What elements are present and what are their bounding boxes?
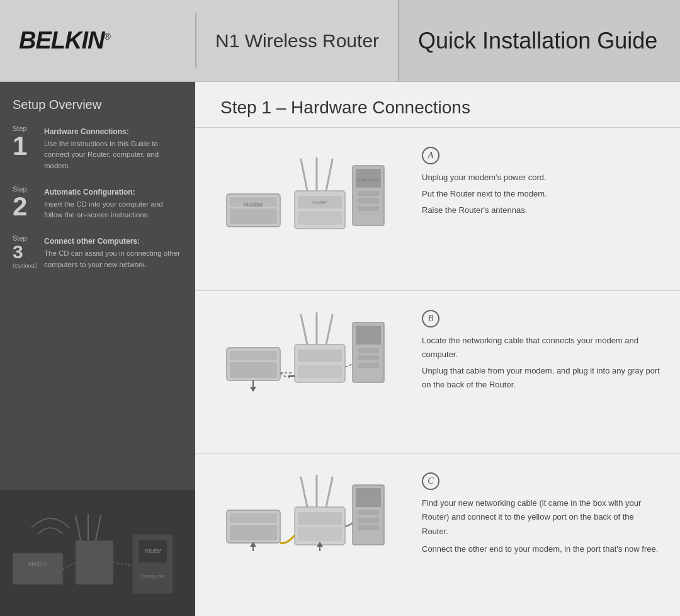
logo-area: BELKIN®	[0, 0, 195, 81]
svg-line-10	[63, 562, 76, 569]
sidebar-title: Setup Overview	[13, 98, 183, 112]
diagram-a: modem router	[195, 140, 409, 251]
svg-text:modem: modem	[28, 561, 47, 567]
svg-rect-52	[298, 512, 342, 525]
svg-line-50	[326, 477, 332, 507]
svg-line-2	[76, 515, 81, 540]
svg-rect-53	[298, 527, 342, 541]
svg-rect-0	[13, 553, 63, 585]
instructions-c: Find your new networking cable (it came …	[422, 496, 661, 556]
sidebar-step-2: Step 2 Automatic Configuration: Insert t…	[13, 185, 183, 221]
instructions-b: Locate the networking cable that connect…	[422, 334, 661, 392]
svg-text:modem: modem	[244, 202, 263, 208]
svg-line-34	[326, 315, 332, 345]
svg-rect-42	[358, 363, 379, 368]
diagram-c-svg	[214, 472, 390, 570]
sidebar-diagram-svg: router modem computer	[0, 490, 195, 616]
svg-line-11	[113, 562, 132, 566]
guide-title: Quick Installation Guide	[399, 0, 680, 81]
diagram-c	[195, 466, 409, 576]
svg-text:router: router	[145, 547, 162, 554]
svg-text:router: router	[312, 199, 328, 205]
svg-line-16	[301, 159, 307, 191]
svg-marker-44	[250, 387, 256, 392]
content-rows: modem router	[195, 128, 680, 616]
svg-line-48	[301, 477, 307, 507]
svg-rect-36	[298, 350, 342, 362]
svg-rect-25	[358, 191, 379, 196]
substep-c-row: C Find your new networking cable (it cam…	[195, 453, 680, 616]
diagram-b-svg	[214, 310, 390, 408]
svg-rect-56	[358, 510, 379, 515]
svg-rect-58	[358, 525, 379, 530]
svg-rect-21	[298, 211, 342, 225]
svg-rect-1	[76, 540, 113, 585]
svg-line-4	[96, 515, 101, 540]
svg-rect-39	[356, 326, 381, 345]
sidebar: Setup Overview Step 1 Hardware Connectio…	[0, 82, 195, 616]
svg-rect-14	[230, 208, 277, 224]
sidebar-step-1: Step 1 Hardware Connections: Use the ins…	[13, 125, 183, 171]
main-content: Setup Overview Step 1 Hardware Connectio…	[0, 82, 680, 616]
substep-b-row: B Locate the networking cable that conne…	[195, 291, 680, 454]
text-c: C Find your new networking cable (it cam…	[409, 466, 680, 564]
svg-rect-55	[356, 488, 381, 507]
svg-rect-26	[358, 198, 379, 203]
svg-rect-46	[230, 513, 277, 523]
header: BELKIN® N1 Wireless Router Quick Install…	[0, 0, 680, 82]
svg-line-32	[301, 315, 307, 345]
instructions-a: Unplug your modem's power cord. Put the …	[422, 171, 661, 217]
svg-rect-27	[358, 206, 379, 211]
substep-label-c: C	[422, 472, 439, 490]
svg-rect-30	[230, 351, 277, 360]
svg-rect-37	[298, 365, 342, 379]
svg-rect-57	[358, 518, 379, 523]
svg-rect-31	[230, 362, 277, 378]
substep-label-b: B	[422, 310, 439, 328]
substep-label-a: A	[422, 147, 439, 164]
substep-a-row: modem router	[195, 128, 680, 291]
sidebar-step-3: Step 3 (Optional) Connect other Computer…	[13, 234, 183, 270]
step1-title: Step 1 – Hardware Connections	[220, 98, 655, 118]
svg-rect-40	[358, 348, 379, 353]
belkin-logo: BELKIN®	[19, 27, 110, 54]
step1-header: Step 1 – Hardware Connections	[195, 82, 680, 128]
svg-rect-41	[358, 355, 379, 360]
diagram-b	[195, 304, 409, 414]
sidebar-diagram: router modem computer	[0, 490, 195, 616]
product-name: N1 Wireless Router	[196, 0, 399, 81]
svg-line-18	[326, 159, 332, 191]
text-b: B Locate the networking cable that conne…	[409, 304, 680, 401]
svg-rect-47	[230, 525, 277, 540]
diagram-a-svg: modem router	[214, 147, 390, 244]
svg-text:computer: computer	[141, 573, 165, 579]
content-area: Step 1 – Hardware Connections modem	[195, 82, 680, 616]
text-a: A Unplug your modem's power cord. Put th…	[409, 140, 680, 226]
svg-text:computer: computer	[358, 177, 379, 183]
